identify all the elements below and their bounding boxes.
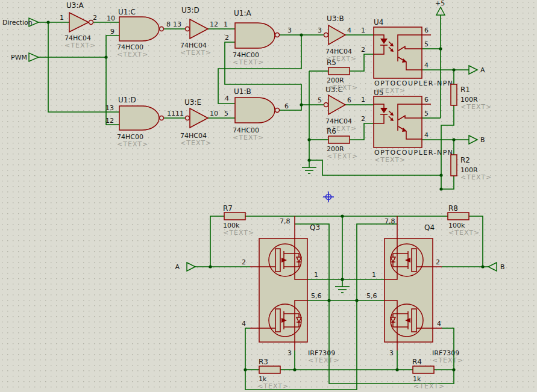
u5-pin4: 4 [424,131,429,139]
r3-ref: R3 [259,358,268,366]
terminal-pwm-label: PWM [11,54,27,61]
u3d-ref: U3:D [181,6,199,14]
r3-text: <TEXT> [257,382,289,390]
u4-pin6: 6 [424,26,429,34]
r2-ref: R2 [460,156,470,164]
u1b-pin-a: 4 [225,95,229,102]
u3a-pin-in: 1 [60,14,64,22]
q4-pin-g1: 2 [436,258,440,266]
u1c-ref: U1:C [118,8,136,16]
u1c-pin-a: 10 [107,14,115,22]
u3e-text: <TEXT> [180,139,212,147]
q3-text: <TEXT> [308,356,339,364]
u4-pin2: 2 [361,46,365,54]
u1b-pin-b: 5 [224,110,228,117]
r1-ref: R1 [460,86,470,94]
u1c-pin-b: 9 [110,28,115,36]
r6-ref: R6 [327,127,336,135]
u5-pin6: 6 [424,96,429,104]
u3a-pin-out: 2 [93,14,97,22]
u3b-ref: U3:B [327,14,344,23]
q4-ref: Q4 [424,223,435,232]
u3a-ref: U3:A [66,1,84,10]
q3-ref: Q3 [310,223,320,232]
u4-pin1: 1 [361,26,365,34]
u1a-text: <TEXT> [233,58,264,66]
u1c-pin-out: 8 [166,20,171,28]
u3d-text: <TEXT> [180,49,212,57]
r4-text: <TEXT> [413,382,445,390]
q4-pin-g2: 4 [437,320,441,328]
q4-pin-d2: 5,6 [366,292,377,300]
u3e-ref: U3:E [184,98,201,107]
q4-pin-d1: 7,8 [385,217,395,225]
u3c-pin-out: 6 [347,96,351,104]
q3-pin-s2: 3 [287,349,292,357]
u4-ref: U4 [374,18,383,26]
u1b-ref: U1:B [234,87,251,96]
u3b-pin-in: 3 [318,26,322,34]
u3c-pin-in: 5 [318,96,322,104]
terminal-out-a-label: A [480,66,485,74]
q4-pin-s2: 3 [389,349,394,357]
u1b-pin-out: 6 [284,102,289,110]
u1d-pin-a: 13 [105,104,114,112]
terminal-direction-label: Direction [2,19,33,26]
u5-ref: U5 [374,89,383,97]
r7-ref: R7 [223,204,233,213]
u1c-text: <TEXT> [117,51,148,58]
u1a-pin-out: 3 [287,26,292,34]
r5-ref: R5 [327,58,336,67]
r7-text: <TEXT> [223,229,254,237]
u1d-ref: U1:D [118,96,136,104]
r1-text: <TEXT> [460,103,492,111]
u4-pin4: 4 [424,61,429,69]
u5-pin1: 1 [361,96,365,104]
r8-text: <TEXT> [448,229,480,237]
r5-text: <TEXT> [327,84,358,92]
q3-pin-d2: 5,6 [311,292,322,300]
u1d-pin-b: 12 [105,117,114,125]
terminal-out-b-label: B [480,136,485,144]
u3e-pin-out: 10 [210,110,218,117]
q4-text: <TEXT> [432,356,463,364]
q4-pin-s1: 1 [372,271,376,279]
u3b-pin-out: 4 [347,26,351,34]
u3d-pin-in: 13 [173,20,181,28]
u5-pin2: 2 [361,115,365,123]
u1a-pin-b: 2 [225,34,229,42]
r8-ref: R8 [448,204,458,213]
u5-pin5: 5 [424,110,429,117]
u3a-text: <TEXT> [64,42,96,49]
terminal-in-a-label: A [175,263,180,271]
u1a-pin-a: 1 [224,20,228,28]
u3d-pin-out: 12 [210,20,218,28]
q3-pin-g1: 2 [242,258,246,266]
terminal-in-b-label: B [500,263,505,271]
power-label: +5 [435,0,445,7]
q3-pin-g2: 4 [242,320,246,328]
r2-text: <TEXT> [460,173,492,181]
u4-pin5: 5 [424,40,429,48]
q3-pin-d1: 7,8 [280,217,290,225]
r4-ref: R4 [412,358,422,366]
u1d-text: <TEXT> [117,140,148,148]
u1d-pin-out: 1111 [167,110,184,117]
u1a-ref: U1:A [234,9,251,17]
q3-pin-s1: 1 [314,271,318,279]
r6-text: <TEXT> [327,152,358,160]
u1b-text: <TEXT> [233,134,264,142]
u5-text: <TEXT> [374,156,406,164]
schematic-canvas[interactable]: +5 Direction PWM A B A B [0,0,537,392]
